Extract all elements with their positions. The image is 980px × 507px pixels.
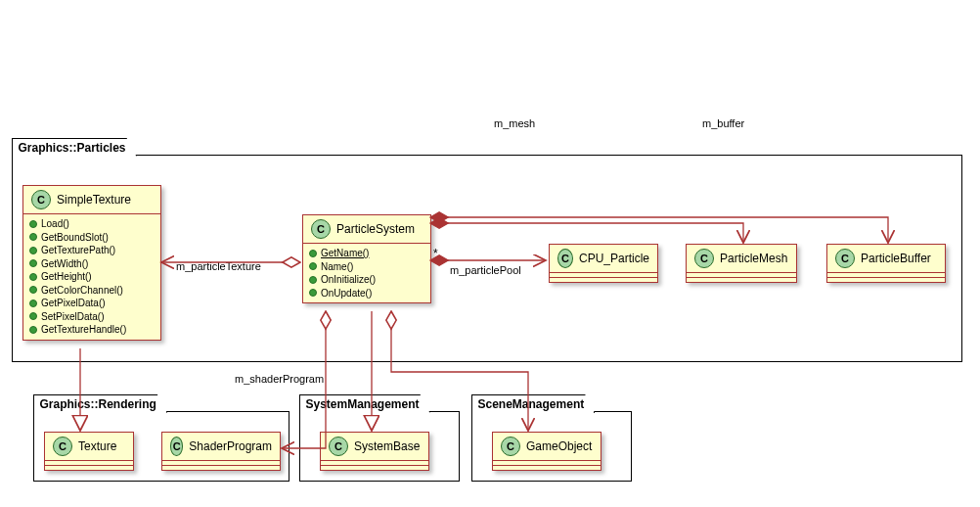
member: OnUpdate() — [321, 287, 372, 300]
package-tab-scene-management: SceneManagement — [471, 394, 596, 413]
package-scene-management: SceneManagement C GameObject — [471, 411, 632, 482]
class-stereotype-icon: C — [311, 219, 331, 239]
class-stereotype-icon: C — [329, 437, 348, 456]
class-system-base: C SystemBase — [320, 432, 429, 471]
class-stereotype-icon: C — [501, 437, 520, 456]
class-simple-texture: C SimpleTexture Load() GetBoundSlot() Ge… — [22, 185, 161, 341]
member: GetTexturePath() — [41, 244, 115, 257]
class-stereotype-icon: C — [170, 437, 183, 456]
class-stereotype-icon: C — [31, 190, 51, 209]
class-body-simple-texture: Load() GetBoundSlot() GetTexturePath() G… — [23, 214, 160, 340]
member: GetName() — [321, 247, 369, 260]
class-stereotype-icon: C — [694, 249, 714, 268]
class-particle-system: C ParticleSystem GetName() Name() OnInit… — [302, 214, 431, 303]
class-stereotype-icon: C — [557, 249, 573, 268]
class-particle-mesh: C ParticleMesh — [686, 244, 797, 283]
class-game-object: C GameObject — [492, 432, 601, 471]
relation-label-m-shader-program: m_shaderProgram — [235, 373, 324, 385]
class-shader-program: C ShaderProgram — [161, 432, 281, 471]
class-stereotype-icon: C — [53, 437, 72, 456]
class-name-system-base: SystemBase — [354, 439, 420, 453]
class-name-simple-texture: SimpleTexture — [57, 193, 131, 207]
relation-label-m-particle-texture: m_particleTexture — [176, 260, 261, 272]
class-name-game-object: GameObject — [526, 439, 592, 453]
package-graphics-particles: Graphics::Particles C SimpleTexture Load… — [12, 155, 962, 362]
member: GetTextureHandle() — [41, 323, 126, 337]
class-name-shader-program: ShaderProgram — [189, 439, 272, 453]
member: GetBoundSlot() — [41, 231, 109, 245]
package-system-management: SystemManagement C SystemBase — [299, 411, 460, 482]
member: GetHeight() — [41, 270, 92, 284]
member: Name() — [321, 260, 353, 274]
relation-label-m-buffer: m_buffer — [702, 117, 744, 129]
relation-multiplicity-star: * — [433, 247, 438, 260]
class-name-particle-system: ParticleSystem — [336, 222, 415, 236]
class-stereotype-icon: C — [835, 249, 855, 268]
member: SetPixelData() — [41, 310, 104, 324]
class-name-particle-mesh: ParticleMesh — [720, 252, 787, 265]
package-graphics-rendering: Graphics::Rendering C Texture C ShaderPr… — [33, 411, 290, 482]
member: OnInitialize() — [321, 273, 376, 287]
member: GetWidth() — [41, 257, 88, 271]
class-cpu-particle: C CPU_Particle — [549, 244, 658, 283]
class-name-texture: Texture — [78, 439, 116, 453]
class-texture: C Texture — [44, 432, 134, 471]
class-body-particle-system: GetName() Name() OnInitialize() OnUpdate… — [303, 244, 430, 302]
class-name-particle-buffer: ParticleBuffer — [861, 252, 931, 265]
relation-label-m-particle-pool: m_particlePool — [450, 264, 521, 276]
class-name-cpu-particle: CPU_Particle — [579, 252, 649, 265]
class-particle-buffer: C ParticleBuffer — [826, 244, 946, 283]
member: GetPixelData() — [41, 297, 106, 310]
relation-label-m-mesh: m_mesh — [494, 117, 535, 129]
member: Load() — [41, 217, 69, 231]
package-tab-graphics-particles: Graphics::Particles — [12, 138, 137, 157]
package-tab-system-management: SystemManagement — [299, 394, 430, 413]
package-tab-graphics-rendering: Graphics::Rendering — [33, 394, 167, 413]
member: GetColorChannel() — [41, 284, 123, 298]
